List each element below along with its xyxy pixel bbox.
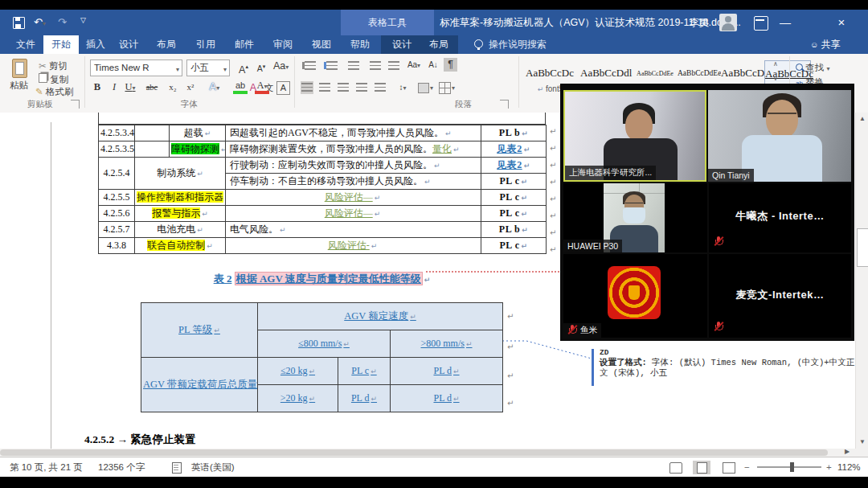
font-color-button[interactable]: A▾ xyxy=(255,80,269,94)
zoom-slider-thumb[interactable] xyxy=(790,462,794,472)
print-layout-icon[interactable] xyxy=(693,461,710,474)
font-name-combobox[interactable]: Times New R▾ xyxy=(90,59,182,76)
show-marks-button[interactable]: ¶ xyxy=(444,58,457,72)
styles-scroll-down-icon[interactable]: ∨ xyxy=(773,75,778,82)
link-risk-assessment[interactable]: 风险评估- xyxy=(328,240,370,251)
word-count[interactable]: 12356 个字 xyxy=(98,457,145,477)
close-button[interactable]: × xyxy=(829,10,854,35)
cut-button[interactable]: ✂ 剪切 xyxy=(39,60,68,72)
link-risk-assessment[interactable]: 风险评估— xyxy=(325,191,373,203)
multilevel-list-button[interactable] xyxy=(344,61,359,70)
proofing-status-icon[interactable] xyxy=(172,462,182,474)
horizontal-scroll-thumb[interactable] xyxy=(0,449,828,456)
performance-level-table[interactable]: PL 等级↵ AGV 额定速度↵ ≤800 mm/s↵ >800 mm/s↵ A… xyxy=(141,302,503,412)
paste-button[interactable]: 粘贴 xyxy=(8,59,32,96)
font-size-combobox[interactable]: 小五▾ xyxy=(186,59,230,76)
link-see-table2[interactable]: 见表2 xyxy=(497,143,522,154)
link-quantify[interactable]: 量化 xyxy=(432,143,452,154)
tab-references[interactable]: 引用 xyxy=(190,35,221,54)
justify-button[interactable] xyxy=(356,83,367,92)
participant-tile-name-only[interactable]: 麦竞文-Intertek… xyxy=(709,254,851,338)
line-spacing-button[interactable]: ↕▾ xyxy=(395,80,410,95)
scroll-right-icon[interactable]: ▶ xyxy=(841,446,854,457)
underline-button[interactable]: U▾ xyxy=(123,80,137,95)
text-effects-button[interactable]: A▾ xyxy=(207,80,222,95)
web-layout-icon[interactable] xyxy=(720,461,738,474)
borders-button[interactable] xyxy=(439,82,451,94)
styles-scroll-up-icon[interactable]: ∧ xyxy=(773,60,778,68)
format-painter-button[interactable]: ✎ 格式刷 xyxy=(35,86,73,98)
minimize-button[interactable]: — xyxy=(773,10,797,35)
grow-font-button[interactable]: A▴ xyxy=(236,59,251,74)
undo-icon[interactable]: ↶▾ xyxy=(34,16,46,28)
strikethrough-button[interactable]: abc xyxy=(145,80,159,95)
participant-video-active-speaker[interactable]: 上海电器科学研究所... xyxy=(563,90,706,182)
bullets-button[interactable] xyxy=(301,61,316,70)
ribbon-display-options-icon[interactable] xyxy=(754,16,768,31)
zoom-out-button[interactable]: − xyxy=(744,457,750,477)
sort-button[interactable]: A↓ xyxy=(426,58,440,72)
character-border-button[interactable]: A xyxy=(276,81,290,95)
shrink-font-button[interactable]: A▾ xyxy=(254,59,268,74)
read-mode-icon[interactable] xyxy=(667,461,685,474)
user-name[interactable]: 李昊 xyxy=(690,10,709,35)
tab-layout[interactable]: 布局 xyxy=(151,35,182,54)
horizontal-scrollbar[interactable]: ▶ xyxy=(0,449,855,457)
share-button[interactable]: ☺ 共享 xyxy=(810,35,841,54)
align-right-button[interactable] xyxy=(338,83,349,92)
italic-button[interactable]: I xyxy=(107,80,121,95)
bold-button[interactable]: B xyxy=(90,80,104,95)
tab-mailings[interactable]: 邮件 xyxy=(229,35,260,54)
asian-layout-button[interactable]: Aa▾ xyxy=(407,58,421,72)
video-conference-overlay[interactable]: 上海电器科学研究所... Qin Tianyi HUAWEI P30 牛曦杰 -… xyxy=(560,84,854,341)
qat-customize-icon[interactable]: ▽ xyxy=(80,16,86,24)
change-case-button[interactable]: Aa▾ xyxy=(273,59,288,74)
zoom-level[interactable]: 112% xyxy=(837,457,861,477)
find-button[interactable]: 查找 ▾ xyxy=(796,62,829,74)
tab-home[interactable]: 开始 xyxy=(43,35,79,54)
paragraph-dialog-launcher[interactable] xyxy=(500,100,509,109)
scroll-up-icon[interactable]: ▲ xyxy=(856,113,868,125)
risk-assessment-table[interactable]: 4.2.5.3.4 超载↵ 因超载引起的AGV不稳定，而导致冲撞人员风险。↵ P… xyxy=(98,125,547,254)
vertical-scroll-thumb[interactable] xyxy=(857,228,868,267)
zoom-slider-track[interactable] xyxy=(757,466,821,468)
tab-file[interactable]: 文件 xyxy=(10,35,42,54)
superscript-button[interactable]: x² xyxy=(183,80,198,95)
clipboard-dialog-launcher[interactable] xyxy=(71,100,80,109)
scroll-down-icon[interactable]: ▼ xyxy=(856,436,868,449)
restore-button[interactable] xyxy=(800,10,825,35)
redo-icon[interactable]: ↷ xyxy=(58,16,67,28)
decrease-indent-button[interactable] xyxy=(370,61,381,70)
align-left-button[interactable] xyxy=(301,81,313,94)
numbering-button[interactable] xyxy=(322,61,338,70)
tab-table-layout[interactable]: 布局 xyxy=(423,35,455,54)
tab-help[interactable]: 帮助 xyxy=(345,35,375,54)
align-center-button[interactable] xyxy=(319,83,330,92)
shading-button[interactable] xyxy=(418,83,429,93)
participant-video[interactable]: Qin Tianyi xyxy=(708,90,851,182)
vertical-scrollbar[interactable]: ▲ ▼ xyxy=(855,113,868,449)
zoom-in-button[interactable]: + xyxy=(826,457,832,477)
participant-tile-name-only[interactable]: 牛曦杰 - Interte… xyxy=(709,183,851,252)
tab-table-design[interactable]: 设计 xyxy=(386,35,418,54)
page-indicator[interactable]: 第 10 页, 共 21 页 xyxy=(10,457,83,477)
save-icon[interactable] xyxy=(13,17,25,29)
avatar[interactable] xyxy=(719,14,737,31)
tab-insert[interactable]: 插入 xyxy=(80,35,111,54)
language-indicator[interactable]: 英语(美国) xyxy=(191,457,235,477)
tab-review[interactable]: 审阅 xyxy=(268,35,298,54)
copy-button[interactable]: 复制 xyxy=(39,73,68,86)
participant-tile-logo[interactable]: 鱼米 xyxy=(563,254,707,338)
highlight-color-button[interactable]: ab xyxy=(233,80,248,94)
yellow-highlight: 操作控制器和指示器 xyxy=(137,191,223,203)
tab-design[interactable]: 设计 xyxy=(113,35,144,54)
distribute-button[interactable] xyxy=(375,83,386,92)
link-see-table2[interactable]: 见表2 xyxy=(497,159,522,170)
participant-video-small[interactable]: HUAWEI P30 xyxy=(563,183,707,252)
tell-me-search[interactable]: 操作说明搜索 xyxy=(489,35,577,54)
tab-view[interactable]: 视图 xyxy=(306,35,337,54)
link-risk-assessment[interactable]: 风险评估— xyxy=(325,207,373,219)
revision-comment[interactable]: ZD 设置了格式: 字体: (默认) Times New Roman, (中文)… xyxy=(600,347,855,379)
increase-indent-button[interactable] xyxy=(388,61,399,70)
subscript-button[interactable]: x₂ xyxy=(166,80,180,95)
